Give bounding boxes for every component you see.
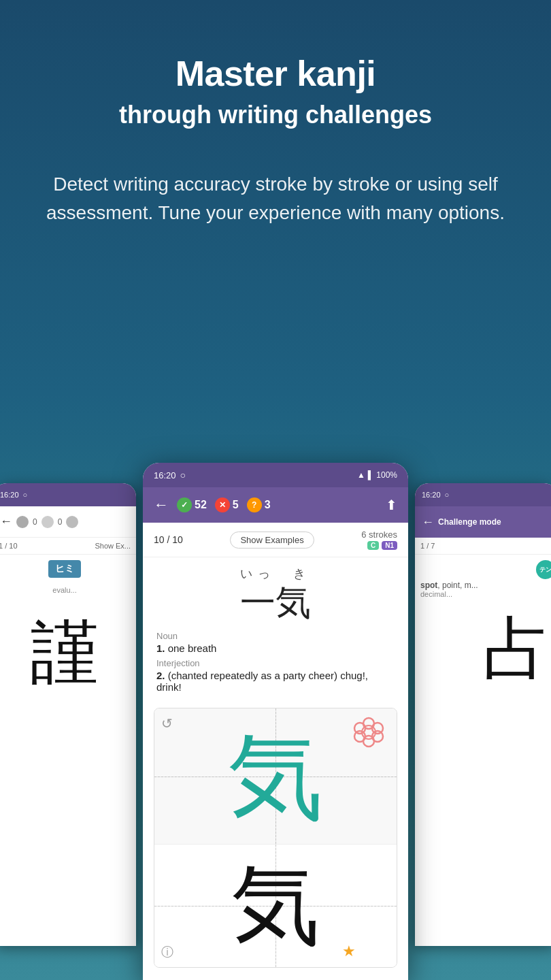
left-time: 16:20 bbox=[0, 491, 19, 499]
phone-left: 16:20 ○ ← 0 0 1 / 10 Show Ex... ヒミ evalu… bbox=[0, 483, 136, 946]
hero-section: Master kanji through writing challenges … bbox=[0, 0, 551, 255]
signal-icon: ▌ bbox=[368, 470, 374, 480]
info-icon[interactable]: ⓘ bbox=[161, 944, 173, 960]
status-right: ▲ ▌ 100% bbox=[357, 470, 397, 480]
left-evaluate-label: evalu... bbox=[0, 586, 136, 594]
refresh-icon[interactable]: ↺ bbox=[161, 715, 173, 732]
right-decimal-text: decimal... bbox=[420, 590, 551, 598]
score-wrong-badge: ✕ 5 bbox=[215, 497, 239, 512]
phones-container: 16:20 ○ ← 0 0 1 / 10 Show Ex... ヒミ evalu… bbox=[0, 463, 551, 980]
hero-title: Master kanji bbox=[41, 54, 510, 93]
right-status-bar: 16:20 ○ bbox=[415, 483, 551, 506]
show-examples-button[interactable]: Show Examples bbox=[230, 532, 314, 549]
score-unknown-badge: ? 3 bbox=[247, 497, 271, 512]
left-kanji-display: 謹 bbox=[0, 608, 136, 700]
center-status-bar: 16:20 ○ ▲ ▌ 100% bbox=[143, 463, 408, 487]
wifi-icon: ▲ bbox=[357, 470, 365, 480]
pos-interjection: Interjection bbox=[156, 658, 395, 668]
score-correct-count: 52 bbox=[195, 499, 207, 511]
right-content: テン spot, point, m... decimal... bbox=[415, 555, 551, 604]
right-info-bar: 1 / 7 bbox=[415, 538, 551, 555]
left-circle-icon: ○ bbox=[23, 491, 28, 499]
right-counter: 1 / 7 bbox=[420, 542, 435, 550]
left-nav-icon2 bbox=[41, 516, 54, 528]
center-back-icon[interactable]: ← bbox=[154, 496, 169, 514]
meaning-2: 2. (chanted repeatedly as a party cheer)… bbox=[156, 670, 395, 693]
writing-area[interactable]: ↺ 気 気 ⓘ bbox=[154, 708, 397, 968]
hero-description: Detect writing accuracy stroke by stroke… bbox=[44, 170, 507, 227]
meaning-1: 1. one breath bbox=[156, 642, 395, 654]
model-kanji: 気 bbox=[228, 729, 323, 824]
strokes-count: 6 strokes bbox=[361, 529, 397, 540]
sort-icon[interactable]: ⬆ bbox=[386, 497, 397, 513]
center-nav-bar: ← ✓ 52 ✕ 5 ? 3 ⬆ bbox=[143, 487, 408, 523]
right-kanji-display: 占 bbox=[415, 604, 551, 696]
score-correct-badge: ✓ 52 bbox=[177, 497, 207, 512]
left-nav-icon3 bbox=[66, 516, 78, 528]
badge-n1: N1 bbox=[382, 541, 397, 550]
right-spot-text: spot, point, m... bbox=[420, 581, 551, 590]
star-icon[interactable]: ★ bbox=[342, 943, 356, 960]
right-time: 16:20 bbox=[422, 491, 441, 499]
phone-center: 16:20 ○ ▲ ▌ 100% ← ✓ 52 ✕ 5 ? 3 bbox=[143, 463, 408, 980]
right-circle-icon: ○ bbox=[445, 491, 450, 499]
circle-status-icon: ○ bbox=[180, 470, 186, 480]
cross-icon: ✕ bbox=[215, 497, 230, 512]
left-show-examples[interactable]: Show Ex... bbox=[95, 542, 131, 550]
kanji-section: いっ き 一気 bbox=[143, 557, 408, 625]
left-nav-zeros: 0 bbox=[33, 517, 37, 527]
left-status-bar: 16:20 ○ bbox=[0, 483, 136, 506]
battery-text: 100% bbox=[376, 470, 397, 480]
center-time: 16:20 bbox=[154, 470, 176, 480]
left-counter: 1 / 10 bbox=[0, 542, 18, 550]
center-info-bar: 10 / 10 Show Examples 6 strokes C N1 bbox=[143, 523, 408, 557]
strokes-info-area: 6 strokes C N1 bbox=[361, 529, 397, 550]
writing-user-area[interactable]: 気 ⓘ ★ bbox=[154, 845, 397, 967]
pos-noun: Noun bbox=[156, 631, 395, 641]
strokes-badges: C N1 bbox=[361, 541, 397, 550]
writing-model-area: ↺ 気 bbox=[154, 708, 397, 845]
left-back-icon[interactable]: ← bbox=[0, 514, 12, 529]
card-counter: 10 / 10 bbox=[154, 534, 183, 545]
right-challenge-tag-area: テン bbox=[536, 560, 551, 579]
left-nav-zeros2: 0 bbox=[58, 517, 63, 527]
left-nav-icon bbox=[16, 516, 29, 528]
question-icon: ? bbox=[247, 497, 262, 512]
left-info-bar: 1 / 10 Show Ex... bbox=[0, 538, 136, 555]
right-nav-bar: ← Challenge mode bbox=[415, 506, 551, 538]
phone-right: 16:20 ○ ← Challenge mode 1 / 7 テン spot, … bbox=[415, 483, 551, 946]
meaning-section: Noun 1. one breath Interjection 2. (chan… bbox=[143, 625, 408, 702]
score-wrong-count: 5 bbox=[233, 499, 239, 511]
check-icon: ✓ bbox=[177, 497, 192, 512]
right-challenge-tag: テン bbox=[536, 560, 551, 579]
status-left: 16:20 ○ bbox=[154, 470, 186, 480]
right-nav-title: Challenge mode bbox=[438, 517, 501, 527]
right-back-icon[interactable]: ← bbox=[422, 515, 434, 529]
kanji-character: 一気 bbox=[154, 585, 397, 620]
left-hiragana-tag: ヒミ bbox=[48, 560, 81, 578]
score-unknown-count: 3 bbox=[265, 499, 271, 511]
hero-subtitle: through writing challenges bbox=[41, 100, 510, 129]
user-kanji: 気 bbox=[231, 846, 320, 966]
badge-c: C bbox=[367, 541, 379, 550]
left-kanji-label-area: ヒミ bbox=[0, 555, 136, 583]
flower-icon bbox=[352, 715, 386, 749]
kanji-reading: いっ き bbox=[154, 566, 397, 582]
left-nav-bar: ← 0 0 bbox=[0, 506, 136, 538]
